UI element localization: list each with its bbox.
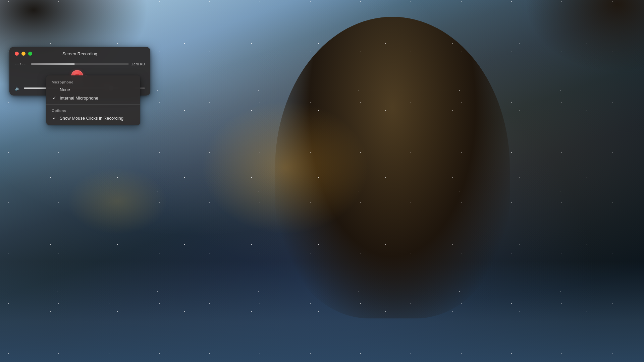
microphone-internal-item[interactable]: ✓ Internal Microphone xyxy=(46,94,140,102)
microphone-none-label: None xyxy=(60,87,70,92)
show-mouse-clicks-label: Show Mouse Clicks in Recording xyxy=(60,116,123,121)
show-mouse-clicks-item[interactable]: ✓ Show Mouse Clicks in Recording xyxy=(46,114,140,122)
timer-display: --:-- xyxy=(15,62,28,66)
dropdown-menu: Microphone ✓ None ✓ Internal Microphone … xyxy=(46,75,140,125)
options-section-header: Options xyxy=(46,107,140,114)
volume-icon: 🔈 xyxy=(15,85,20,91)
progress-bar-container xyxy=(31,63,129,65)
character-silhouette xyxy=(275,17,510,318)
window-title: Screen Recording xyxy=(62,51,97,56)
window-titlebar: Screen Recording xyxy=(9,47,150,59)
glow-left-effect xyxy=(67,168,168,235)
minimize-button[interactable] xyxy=(21,52,25,56)
menu-separator xyxy=(46,104,140,105)
microphone-internal-check: ✓ xyxy=(52,96,57,101)
microphone-internal-label: Internal Microphone xyxy=(60,96,98,101)
progress-bar-fill xyxy=(31,63,75,65)
show-mouse-clicks-check: ✓ xyxy=(52,116,57,121)
microphone-none-item[interactable]: ✓ None xyxy=(46,85,140,94)
microphone-section-header: Microphone xyxy=(46,78,140,85)
progress-row: --:-- Zero KB xyxy=(15,62,145,66)
maximize-button[interactable] xyxy=(28,52,32,56)
screen-recording-window: Screen Recording --:-- Zero KB ▾ 🔈 xyxy=(9,47,150,96)
window-controls xyxy=(15,52,32,56)
tree-top-right-decoration xyxy=(510,0,644,84)
file-size-display: Zero KB xyxy=(131,62,145,66)
close-button[interactable] xyxy=(15,52,19,56)
